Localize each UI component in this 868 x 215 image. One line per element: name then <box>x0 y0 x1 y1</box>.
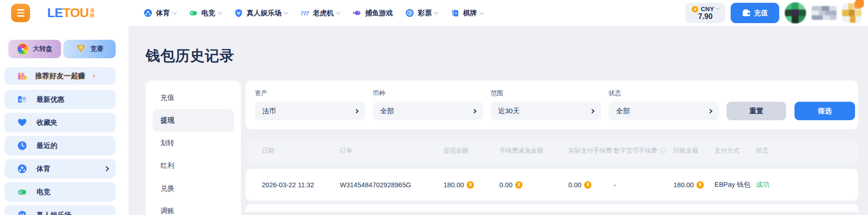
trophy-icon <box>75 43 86 55</box>
status-select-value: 全部 <box>616 107 630 116</box>
sidebar-item-sports[interactable]: 体育 <box>5 159 116 178</box>
filter-button[interactable]: 筛选 <box>794 102 855 120</box>
sidebar-item-esports[interactable]: 电竞 <box>5 182 116 202</box>
nav-item-label: 彩票 <box>418 9 431 18</box>
sidebar-item-latest-offers[interactable]: % 最新优惠 <box>5 90 116 109</box>
cell-date: 2026-03-22 11:32 <box>262 181 340 189</box>
gamepad-icon <box>189 8 198 18</box>
promo-label: 竞赛 <box>91 45 104 53</box>
cell-order: W3145484702928965G <box>340 181 443 189</box>
reset-button[interactable]: 重置 <box>726 102 786 120</box>
status-select[interactable]: 全部 <box>609 102 719 120</box>
submenu-item-bonus[interactable]: 红利 <box>153 154 234 177</box>
table-row[interactable] <box>246 204 858 212</box>
coin-icon: ¥ <box>692 6 698 12</box>
column-header-fee-paid: 实际支付手续费 <box>568 147 614 155</box>
submenu-item-transfer[interactable]: 划转 <box>153 132 234 154</box>
page-title: 钱包历史记录 <box>146 46 858 66</box>
svg-text:777: 777 <box>301 11 309 16</box>
submenu-item-exchange[interactable]: 兑换 <box>153 177 234 200</box>
sidebar-item-label: 收藏夹 <box>37 118 108 127</box>
nav-item-board-games[interactable]: 棋牌 <box>450 8 483 18</box>
submenu-item-withdraw[interactable]: 提现 <box>153 109 234 132</box>
nav-item-live-casino[interactable]: 真人娱乐场 <box>234 8 288 18</box>
balance-pill[interactable]: ¥ CNY 7.90 <box>685 3 725 23</box>
vip-badge[interactable] <box>842 3 862 23</box>
soccer-icon <box>17 163 28 174</box>
sidebar-item-label: 最近的 <box>37 141 108 150</box>
referral-banner[interactable]: ¥ 推荐好友一起赚 › <box>5 67 116 85</box>
chevron-right-icon <box>104 166 109 171</box>
menu-button[interactable] <box>11 4 30 22</box>
cell-method: EBPay 钱包 <box>714 180 756 189</box>
topbar-right-zone: ¥ CNY 7.90 充值 <box>685 2 862 24</box>
sidebar-item-label: 体育 <box>37 165 96 173</box>
chevron-down-icon <box>218 10 222 14</box>
nav-item-label: 棋牌 <box>463 9 477 18</box>
column-header-crypto-fee: 数字货币手续费 i <box>614 147 673 155</box>
avatar[interactable] <box>785 2 806 24</box>
cell-withdraw-amount: 180.00 ¥ <box>443 181 499 189</box>
column-header-withdraw-amount: 提现金额 <box>443 147 499 155</box>
asset-select[interactable]: 法币 <box>255 102 365 120</box>
filter-label: 状态 <box>609 89 719 98</box>
svg-text:¥: ¥ <box>24 76 26 79</box>
sidebar-item-recent[interactable]: 最近的 <box>5 136 116 155</box>
lottery-ball-icon: 9 <box>405 8 414 18</box>
deposit-button[interactable]: 充值 <box>731 3 779 23</box>
balance-currency: CNY <box>701 6 714 12</box>
prize-wheel-button[interactable]: 大转盘 <box>8 40 61 58</box>
chevron-down-icon <box>336 10 341 14</box>
currency-select-value: 全部 <box>380 107 394 116</box>
prize-wheel-icon <box>17 43 29 55</box>
promo-label: 大转盘 <box>33 45 52 53</box>
chevron-down-icon <box>434 10 439 14</box>
coin-icon: ¥ <box>696 181 704 189</box>
column-header-fee-waived: 手续费减免金额 <box>499 147 568 155</box>
svg-text:%: % <box>19 98 22 102</box>
deposit-label: 充值 <box>754 9 768 18</box>
coin-icon: ¥ <box>584 181 591 189</box>
logo-text-cn: 乐投 <box>90 8 95 18</box>
chevron-right-icon <box>708 109 713 113</box>
hamburger-icon <box>17 9 25 11</box>
info-icon[interactable]: i <box>659 147 666 154</box>
shield-icon <box>234 8 243 18</box>
coin-icon: ¥ <box>515 181 523 189</box>
notification-badge <box>856 0 864 7</box>
filter-label: 资产 <box>255 89 365 98</box>
column-header-order: 订单 <box>340 147 443 155</box>
filter-asset: 资产 法币 <box>255 89 365 120</box>
chevron-right-icon: › <box>93 72 95 80</box>
column-header-date: 日期 <box>262 147 340 155</box>
shield-icon <box>17 209 28 215</box>
history-panel: 资产 法币 币种 全部 范围 <box>246 80 858 212</box>
main-nav: 体育 电竞 真人娱乐场 777 老虎机 <box>143 8 483 18</box>
sidebar: 大转盘 竞赛 ¥ 推荐好友一起赚 › % 最新优惠 <box>0 26 129 215</box>
range-select[interactable]: 近30天 <box>491 102 601 120</box>
sidebar-item-favorites[interactable]: 收藏夹 <box>5 113 116 132</box>
nav-item-label: 老虎机 <box>313 9 333 18</box>
nav-item-lottery[interactable]: 9 彩票 <box>405 8 438 18</box>
nav-item-label: 体育 <box>156 9 170 18</box>
logo-text-le: LE <box>47 6 63 20</box>
chevron-down-icon <box>284 10 289 14</box>
cell-crypto-fee: - <box>614 181 673 189</box>
sidebar-item-live-casino[interactable]: 真人娱乐场 <box>5 205 116 215</box>
nav-item-esports[interactable]: 电竞 <box>189 8 222 18</box>
logo[interactable]: LETOU 乐投 <box>47 6 95 20</box>
submenu-item-adjustment[interactable]: 调账 <box>153 200 234 215</box>
currency-select[interactable]: 全部 <box>373 102 483 120</box>
username-redacted[interactable] <box>812 6 837 20</box>
table-row[interactable]: 2026-03-22 11:32 W3145484702928965G 180.… <box>246 169 858 201</box>
competition-button[interactable]: 竞赛 <box>63 40 116 58</box>
nav-item-sports[interactable]: 体育 <box>143 8 176 18</box>
submenu-item-deposit[interactable]: 充值 <box>153 86 234 109</box>
nav-item-fishing[interactable]: 捕鱼游戏 <box>352 8 393 18</box>
cell-fee-paid: 0.00 ¥ <box>568 181 614 189</box>
chevron-right-icon <box>354 109 359 113</box>
cell-status: 成功 <box>756 180 842 189</box>
nav-item-slots[interactable]: 777 老虎机 <box>300 8 340 18</box>
fish-icon <box>352 8 362 18</box>
sidebar-item-label: 真人娱乐场 <box>37 211 108 215</box>
